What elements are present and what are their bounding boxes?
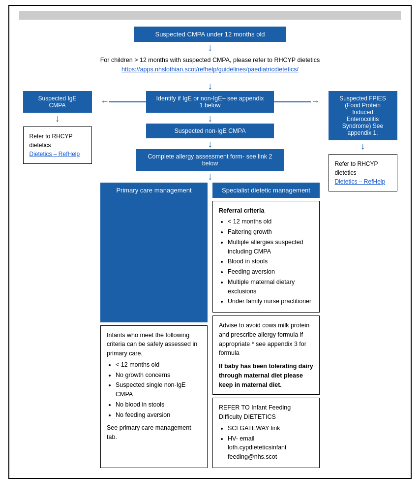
- primary-bullet-2: No growth concerns: [116, 371, 201, 380]
- primary-care-box: Infants who meet the following criteria …: [100, 325, 208, 468]
- fpies-refhelp-link[interactable]: Dietetics – RefHelp: [335, 178, 386, 185]
- main-flow: Suspected CMPA under 12 months old ↓ For…: [19, 27, 401, 468]
- specialist-bullet-4: Blood in stools: [228, 257, 313, 266]
- specialist-header: Specialist dietetic management: [212, 183, 320, 198]
- ige-refhelp-link[interactable]: Dietetics – RefHelp: [30, 151, 80, 158]
- refer-title: REFER TO Infant Feeding Difficulty DIETE…: [219, 404, 291, 420]
- right-panel: Suspected FPIES (Food Protein Induced En…: [325, 91, 401, 191]
- allergy-form-box: Complete allergy assessment form- see li…: [136, 149, 284, 171]
- primary-bullet-1: < 12 months old: [116, 360, 201, 370]
- refer-bullet-2: HV- email loth.cypdieteticsinfant feedin…: [228, 434, 313, 462]
- arrow-to-info: ↓: [208, 42, 212, 53]
- primary-bullet-5: No feeding aversion: [116, 410, 201, 420]
- identify-section: Suspected IgE CMPA ↓ Refer to RHCYP diet…: [19, 91, 401, 468]
- refer-box: REFER TO Infant Feeding Difficulty DIETE…: [212, 398, 320, 468]
- arrow-to-non-ige: ↓: [208, 113, 212, 124]
- refer-bullet-1: SCI GATEWAY link: [228, 424, 313, 433]
- top-bar: [19, 11, 401, 20]
- arrow-to-identify: ↓: [208, 80, 212, 91]
- primary-header: Primary care management: [100, 183, 208, 322]
- advise-text: Advise to avoid cows milk protein and pr…: [219, 322, 309, 356]
- primary-bullet-3: Suspected single non-IgE CMPA: [116, 380, 201, 399]
- left-arrow-line: ←: [100, 96, 146, 107]
- arrow-ige: ↓: [55, 113, 60, 124]
- identify-box: Identify if IgE or non-IgE– see appendix…: [146, 91, 274, 113]
- referral-title: Referral criteria: [219, 207, 264, 214]
- bottom-section: Primary care management Infants who meet…: [100, 183, 320, 468]
- center-panel: ← Identify if IgE or non-IgE– see append…: [95, 91, 325, 468]
- primary-bullets-list: < 12 months old No growth concerns Suspe…: [107, 360, 201, 420]
- specialist-bullet-7: Under family nurse practitioner: [228, 297, 313, 306]
- arrow-to-bottom: ↓: [208, 171, 212, 182]
- specialist-bullet-3: Multiple allergies suspected including C…: [228, 238, 313, 256]
- refer-bullets-list: SCI GATEWAY link HV- email loth.cypdiete…: [219, 424, 313, 462]
- fpies-box: Suspected FPIES (Food Protein Induced En…: [329, 91, 397, 140]
- specialist-bullets-list: < 12 months old Faltering growth Multipl…: [219, 217, 313, 306]
- page-wrapper: Suspected CMPA under 12 months old ↓ For…: [8, 5, 412, 479]
- specialist-col: Specialist dietetic management Referral …: [212, 183, 320, 468]
- specialist-bullet-1: < 12 months old: [228, 217, 313, 226]
- specialist-bullet-2: Faltering growth: [228, 227, 313, 237]
- primary-bullet-4: No blood in stools: [116, 400, 201, 410]
- arrow-fpies: ↓: [360, 140, 365, 151]
- bold-dairy-text: If baby has been tolerating dairy throug…: [219, 363, 313, 388]
- primary-footer: See primary care management tab.: [107, 423, 201, 442]
- primary-care-col: Primary care management Infants who meet…: [100, 183, 208, 468]
- referral-criteria-box: Referral criteria < 12 months old Falter…: [212, 201, 320, 313]
- non-ige-box: Suspected non-IgE CMPA: [146, 124, 274, 138]
- ige-cmpa-box: Suspected IgE CMPA: [23, 91, 92, 113]
- advise-box: Advise to avoid cows milk protein and pr…: [212, 315, 320, 395]
- info-block: For children > 12 months with suspected …: [100, 56, 320, 74]
- fpies-refer-box: Refer to RHCYP dietetics Dietetics – Ref…: [329, 154, 397, 191]
- ige-refer-box: Refer to RHCYP dietetics Dietetics – Ref…: [23, 126, 92, 164]
- identify-row: ← Identify if IgE or non-IgE– see append…: [100, 91, 320, 113]
- right-arrow-line: →: [274, 96, 320, 107]
- specialist-bullet-5: Feeding aversion: [228, 267, 313, 277]
- arrow-to-allergy-form: ↓: [208, 138, 212, 149]
- specialist-bullet-6: Multiple maternal dietary exclusions: [228, 278, 313, 296]
- info-link[interactable]: https://apps.nhslothian.scot/refhelp/gui…: [121, 66, 299, 73]
- left-panel: Suspected IgE CMPA ↓ Refer to RHCYP diet…: [19, 91, 95, 164]
- title-box: Suspected CMPA under 12 months old: [134, 27, 286, 42]
